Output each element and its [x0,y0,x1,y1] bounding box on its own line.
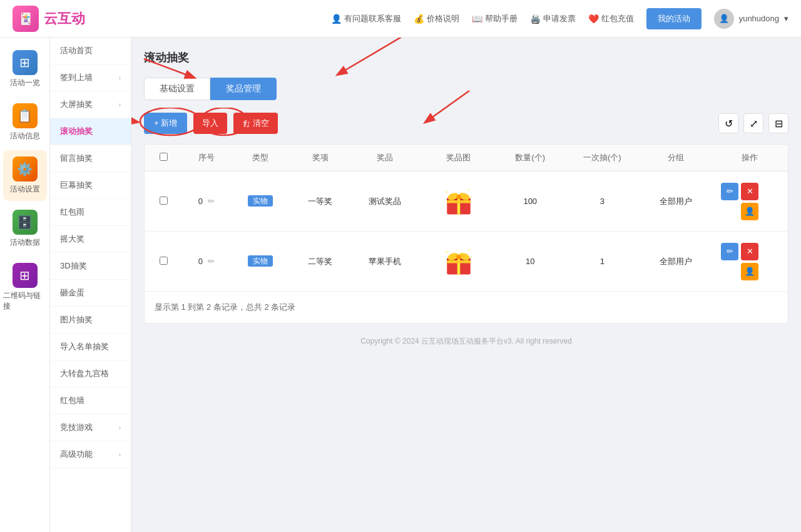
sub-sidebar-photo-label: 图片抽奖 [60,314,93,325]
sidebar-item-activity-data[interactable]: 🗄️ 活动数据 [3,203,47,254]
dropdown-icon: ▾ [784,14,788,23]
row1-draw-count-cell: 3 [563,171,641,232]
invoice-icon: 🖨️ [530,14,541,24]
sub-sidebar-item-message-lottery[interactable]: 留言抽奖 [50,145,131,172]
row2-edit-button[interactable]: ✏ [721,243,738,260]
col-prize-name: 奖项 [291,145,350,171]
row1-order-cell: 0 ✏ [182,171,230,232]
nav-recharge[interactable]: ❤️ 红包充值 [588,13,634,24]
sub-sidebar: 活动首页 签到上墙 › 大屏抽奖 › 滚动抽奖 留言抽奖 巨幕抽奖 红包雨 摇大… [50,38,131,532]
grid-button[interactable]: ⊟ [768,113,788,133]
col-actions: 操作 [711,145,788,171]
sub-sidebar-redwall-label: 红包墙 [60,395,84,406]
nav-pricing-label: 价格说明 [427,13,459,24]
sub-sidebar-import-label: 导入名单抽奖 [60,341,109,352]
sub-sidebar-item-3d[interactable]: 3D抽奖 [50,253,131,280]
sub-sidebar-item-shake[interactable]: 摇大奖 [50,226,131,253]
user-menu[interactable]: 👤 yunhudong ▾ [714,9,788,29]
icon-sidebar: ⊞ 活动一览 📋 活动信息 ⚙️ 活动设置 🗄️ 活动数据 ⊞ 二维码与链接 [0,38,50,532]
table-row: 0 ✏ 实物 一等奖 测试奖品 [145,171,788,232]
sub-sidebar-item-red-rain[interactable]: 红包雨 [50,199,131,226]
row1-image-cell: ✦ ✦ ✦ [420,171,497,232]
tab-prize-management[interactable]: 奖品管理 [210,78,277,100]
sub-sidebar-item-advanced[interactable]: 高级功能 › [50,441,131,468]
sub-sidebar-item-checkin[interactable]: 签到上墙 › [50,64,131,91]
tab-bar: 基础设置 奖品管理 [144,78,788,100]
col-draw-count: 一次抽(个) [563,145,641,171]
activity-list-label: 活动一览 [10,78,40,88]
sub-sidebar-item-scroll-lottery[interactable]: 滚动抽奖 [50,118,131,145]
sub-sidebar-item-import-lottery[interactable]: 导入名单抽奖 [50,334,131,361]
row2-order-cell: 0 ✏ [182,232,230,292]
tab-section: 基础设置 奖品管理 [144,78,788,100]
row1-draw-count: 3 [600,197,605,206]
sub-sidebar-item-home[interactable]: 活动首页 [50,38,131,64]
header-nav: 👤 有问题联系客服 💰 价格说明 📖 帮助手册 🖨️ 申请发票 ❤️ 红包充值 … [331,8,788,29]
row1-delete-button[interactable]: ✕ [741,183,758,200]
row2-group: 全部用户 [660,257,692,266]
row1-product: 测试奖品 [369,197,401,206]
sub-sidebar-item-redwall[interactable]: 红包墙 [50,387,131,414]
col-image: 奖品图 [420,145,497,171]
footer: Copyright © 2024 云互动现场互动服务平台v3. All righ… [144,324,788,359]
toolbar: + 新增 导入 🗑 清空 ↺ ⤢ ⊟ [144,113,788,134]
row1-edit-order-icon[interactable]: ✏ [208,197,215,206]
add-button[interactable]: + 新增 [144,113,187,134]
sidebar-item-activity-settings[interactable]: ⚙️ 活动设置 [3,150,47,201]
trash-icon: 🗑 [242,119,250,128]
import-button[interactable]: 导入 [193,113,227,134]
prize-table: 序号 类型 奖项 奖品 奖品图 数量(个) 一次抽(个) 分组 操作 [144,144,788,324]
row2-image-cell: ✦ ✦ ✦ [420,232,497,292]
sub-sidebar-item-bigscreen[interactable]: 大屏抽奖 › [50,91,131,118]
fullscreen-button[interactable]: ⤢ [743,113,763,133]
nav-customer-service[interactable]: 👤 有问题联系客服 [331,13,401,24]
sub-sidebar-item-turntable[interactable]: 大转盘九宫格 [50,361,131,387]
nav-pricing[interactable]: 💰 价格说明 [414,13,459,24]
logo: 🃏 云互动 [13,6,85,32]
row1-edit-button[interactable]: ✏ [721,183,738,200]
tab-basic-settings[interactable]: 基础设置 [144,78,210,100]
svg-text:✦: ✦ [444,190,447,194]
row2-prize-name-cell: 二等奖 [291,232,350,292]
row1-quantity-cell: 100 [497,171,563,232]
col-type: 类型 [230,145,290,171]
row2-user-button[interactable]: 👤 [741,263,758,280]
row1-checkbox[interactable] [160,197,168,205]
nav-invoice[interactable]: 🖨️ 申请发票 [530,13,576,24]
row2-checkbox-cell [145,232,182,292]
select-all-checkbox[interactable] [160,153,168,161]
sub-sidebar-item-giant-screen[interactable]: 巨幕抽奖 [50,172,131,199]
col-product: 奖品 [350,145,420,171]
activity-data-icon: 🗄️ [13,210,38,235]
sub-sidebar-smash-label: 砸金蛋 [60,287,84,299]
row2-gift-image: ✦ ✦ ✦ [440,242,477,279]
content-area: 滚动抽奖 基础设置 奖品管理 [144,50,788,324]
sidebar-item-qrcode[interactable]: ⊞ 二维码与链接 [3,257,47,318]
my-activity-button[interactable]: 我的活动 [646,8,702,29]
nav-help-label: 帮助手册 [485,13,518,24]
refresh-button[interactable]: ↺ [718,113,738,133]
nav-help[interactable]: 📖 帮助手册 [472,13,518,24]
row2-product-cell: 苹果手机 [350,232,420,292]
svg-rect-7 [447,200,471,203]
sub-sidebar-item-photo-lottery[interactable]: 图片抽奖 [50,307,131,334]
pagination-info: 显示第 1 到第 2 条记录，总共 2 条记录 [145,292,788,323]
chevron-icon: › [119,74,121,81]
activity-data-label: 活动数据 [10,237,40,248]
sub-sidebar-item-smash-egg[interactable]: 砸金蛋 [50,280,131,307]
clear-button[interactable]: 🗑 清空 [233,113,278,134]
sub-sidebar-esports-label: 竞技游戏 [60,422,93,433]
sub-sidebar-item-esports[interactable]: 竞技游戏 › [50,414,131,441]
row1-user-button[interactable]: 👤 [741,203,758,220]
sidebar-item-activity-info[interactable]: 📋 活动信息 [3,97,47,148]
row2-delete-button[interactable]: ✕ [741,243,758,260]
username: yunhudong [739,14,779,23]
row2-checkbox[interactable] [160,257,168,265]
row1-type-badge: 实物 [248,195,273,207]
customer-service-icon: 👤 [331,14,342,24]
row1-group: 全部用户 [660,197,692,206]
row2-edit-order-icon[interactable]: ✏ [208,257,215,266]
sidebar-item-activity-list[interactable]: ⊞ 活动一览 [3,44,47,95]
logo-icon: 🃏 [13,6,39,32]
sub-sidebar-home-label: 活动首页 [60,45,93,56]
